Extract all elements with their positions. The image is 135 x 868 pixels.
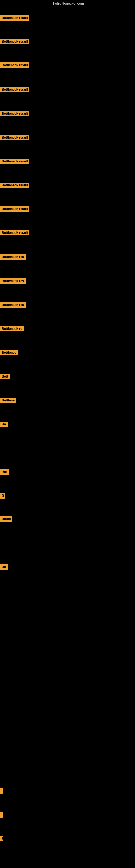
bottleneck-badge[interactable]: Bottleneck result [0, 111, 30, 116]
bottleneck-badge[interactable]: Bot [0, 469, 9, 475]
bottleneck-badge[interactable]: | [0, 812, 3, 817]
bottleneck-badge[interactable]: Bo [0, 422, 8, 427]
bottleneck-badge[interactable]: Bott [0, 374, 10, 379]
bottleneck-badge[interactable]: Bottleneck result [0, 87, 30, 92]
bottleneck-badge[interactable]: Bottleneck result [0, 230, 30, 236]
bottleneck-badge[interactable]: Bottlene [0, 398, 16, 403]
bottleneck-badge[interactable]: Bottleneck result [0, 15, 30, 21]
bottleneck-badge[interactable]: Bottleneck result [0, 183, 30, 188]
bottleneck-badge[interactable]: Bottle [0, 516, 12, 522]
bottleneck-badge[interactable]: E [0, 836, 3, 841]
bottleneck-badge[interactable]: B [0, 493, 5, 499]
bottleneck-badge[interactable]: Bottlenec [0, 350, 18, 355]
bottleneck-badge[interactable]: Bottleneck result [0, 159, 30, 164]
bottleneck-badge[interactable]: Bottleneck result [0, 135, 30, 140]
bottleneck-badge[interactable]: Bottleneck result [0, 39, 30, 44]
bottleneck-badge[interactable]: Bottleneck res [0, 254, 26, 259]
site-title-text: TheBottlenecker.com [0, 0, 135, 7]
bottleneck-badge[interactable]: Bottleneck result [0, 206, 30, 212]
bottleneck-badge[interactable]: Bottleneck re [0, 326, 24, 332]
bottleneck-badge[interactable]: | [0, 788, 3, 794]
bottleneck-badge[interactable]: Bottleneck res [0, 302, 26, 308]
bottleneck-badge[interactable]: Bottleneck result [0, 62, 30, 68]
bottleneck-badge[interactable]: Bottleneck res [0, 278, 26, 284]
bottleneck-badge[interactable]: Bo [0, 564, 8, 569]
